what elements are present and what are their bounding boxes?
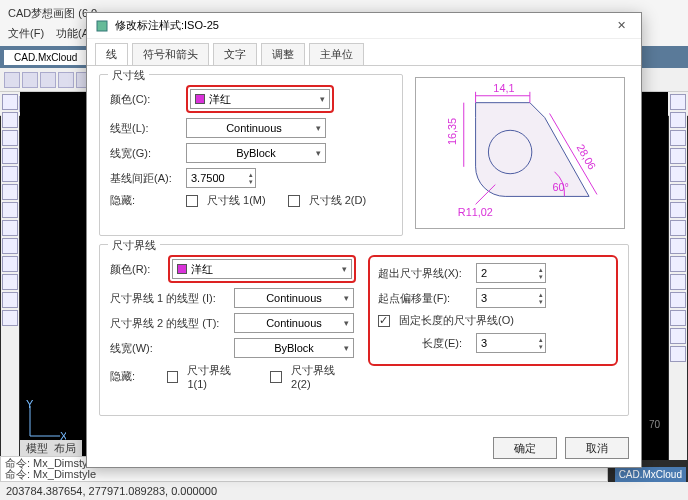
dialog-tabs: 线 符号和箭头 文字 调整 主单位 — [87, 39, 641, 66]
dim-top: 14,1 — [493, 82, 514, 94]
linetype-combo[interactable]: Continuous — [186, 118, 326, 138]
color-label: 颜色(R): — [110, 262, 162, 277]
offset-label: 起点偏移量(F): — [378, 291, 470, 306]
close-button[interactable]: ✕ — [609, 16, 633, 36]
hide-label: 隐藏: — [110, 369, 161, 384]
extline-group: 尺寸界线 颜色(R): 洋红 尺寸界线 1 的线型 (I): Continuou… — [99, 244, 629, 416]
corner-badge: CAD.MxCloud — [615, 467, 686, 482]
hide1-check[interactable] — [167, 371, 179, 383]
dialog-icon — [95, 19, 109, 33]
tool-icon[interactable] — [2, 112, 18, 128]
tool-icon[interactable] — [670, 310, 686, 326]
baseline-label: 基线间距(A): — [110, 171, 180, 186]
ext-spinner[interactable]: 2 — [476, 263, 546, 283]
hide2-check[interactable] — [270, 371, 282, 383]
hide2-check[interactable] — [288, 195, 300, 207]
length-spinner[interactable]: 3 — [476, 333, 546, 353]
lt2-combo[interactable]: Continuous — [234, 313, 354, 333]
lineweight-combo[interactable]: ByBlock — [186, 143, 326, 163]
dialog-title: 修改标注样式:ISO-25 — [115, 18, 609, 33]
hide1-check[interactable] — [186, 195, 198, 207]
highlight-box: 洋红 — [186, 85, 334, 113]
right-tool-palette — [669, 92, 687, 460]
tab-layout[interactable]: 布局 — [54, 441, 76, 455]
hide2-label: 尺寸线 2(D) — [309, 193, 366, 208]
hide1-label: 尺寸线 1(M) — [207, 193, 266, 208]
tool-icon[interactable] — [670, 220, 686, 236]
extline-left: 颜色(R): 洋红 尺寸界线 1 的线型 (I): Continuous 尺寸界… — [110, 255, 356, 395]
tool-icon[interactable] — [670, 112, 686, 128]
tab-line[interactable]: 线 — [95, 43, 128, 65]
color-swatch-icon — [195, 94, 205, 104]
doc-tab[interactable]: CAD.MxCloud — [4, 50, 87, 65]
tool-icon[interactable] — [2, 184, 18, 200]
tool-icon[interactable] — [670, 274, 686, 290]
dim-left: 16,35 — [446, 118, 458, 145]
tool-icon[interactable] — [670, 328, 686, 344]
tab-arrows[interactable]: 符号和箭头 — [132, 43, 209, 65]
dim-diag: 28,06 — [575, 142, 599, 172]
toolbar-icon[interactable] — [40, 72, 56, 88]
tool-icon[interactable] — [670, 130, 686, 146]
menu-file[interactable]: 文件(F) — [8, 26, 44, 46]
extline-right: 超出尺寸界线(X): 2 起点偏移量(F): 3 固定长度的尺寸界线(O) 长度… — [368, 255, 618, 395]
preview-pane: 14,1 16,35 28,06 60° R11,02 — [415, 77, 625, 229]
cancel-button[interactable]: 取消 — [565, 437, 629, 459]
tool-icon[interactable] — [2, 130, 18, 146]
ok-button[interactable]: 确定 — [493, 437, 557, 459]
highlight-box: 洋红 — [168, 255, 356, 283]
lineweight-label: 线宽(G): — [110, 146, 180, 161]
tool-icon[interactable] — [670, 184, 686, 200]
lt1-label: 尺寸界线 1 的线型 (I): — [110, 291, 228, 306]
status-bar: 203784.387654, 277971.089283, 0.000000 — [0, 482, 688, 500]
tool-icon[interactable] — [2, 94, 18, 110]
tool-icon[interactable] — [2, 256, 18, 272]
tool-icon[interactable] — [670, 238, 686, 254]
lt1-combo[interactable]: Continuous — [234, 288, 354, 308]
ucs-icon: XY — [26, 400, 66, 440]
lt2-label: 尺寸界线 2 的线型 (T): — [110, 316, 228, 331]
toolbar-icon[interactable] — [22, 72, 38, 88]
offset-spinner[interactable]: 3 — [476, 288, 546, 308]
tab-fit[interactable]: 调整 — [261, 43, 305, 65]
tool-icon[interactable] — [670, 256, 686, 272]
tool-icon[interactable] — [670, 202, 686, 218]
toolbar-icon[interactable] — [58, 72, 74, 88]
tool-icon[interactable] — [2, 148, 18, 164]
color-combo[interactable]: 洋红 — [190, 89, 330, 109]
toolbar-icon[interactable] — [4, 72, 20, 88]
tab-units[interactable]: 主单位 — [309, 43, 364, 65]
tool-icon[interactable] — [670, 166, 686, 182]
tab-model[interactable]: 模型 — [26, 441, 48, 455]
fixed-label: 固定长度的尺寸界线(O) — [399, 313, 514, 328]
ext-label: 超出尺寸界线(X): — [378, 266, 470, 281]
color-label: 颜色(C): — [110, 92, 180, 107]
tool-icon[interactable] — [670, 148, 686, 164]
hide2-label: 尺寸界线 2(2) — [291, 363, 356, 390]
tool-icon[interactable] — [2, 274, 18, 290]
tool-icon[interactable] — [2, 166, 18, 182]
svg-rect-4 — [97, 21, 107, 31]
color-combo[interactable]: 洋红 — [172, 259, 352, 279]
lw-label: 线宽(W): — [110, 341, 228, 356]
tool-icon[interactable] — [670, 292, 686, 308]
left-tool-palette — [1, 92, 19, 460]
tab-text[interactable]: 文字 — [213, 43, 257, 65]
tool-icon[interactable] — [670, 346, 686, 362]
dialog-titlebar: 修改标注样式:ISO-25 ✕ — [87, 13, 641, 39]
tool-icon[interactable] — [2, 310, 18, 326]
hide1-label: 尺寸界线 1(1) — [187, 363, 252, 390]
highlight-box: 超出尺寸界线(X): 2 起点偏移量(F): 3 固定长度的尺寸界线(O) 长度… — [368, 255, 618, 366]
tool-icon[interactable] — [2, 292, 18, 308]
fixed-check[interactable] — [378, 315, 390, 327]
tool-icon[interactable] — [670, 94, 686, 110]
baseline-spinner[interactable]: 3.7500 — [186, 168, 256, 188]
dimline-group: 尺寸线 颜色(C): 洋红 线型(L): Continuous 线宽(G): B… — [99, 74, 403, 236]
group-title: 尺寸界线 — [108, 238, 160, 253]
tool-icon[interactable] — [2, 202, 18, 218]
lw-combo[interactable]: ByBlock — [234, 338, 354, 358]
color-swatch-icon — [177, 264, 187, 274]
group-title: 尺寸线 — [108, 68, 149, 83]
tool-icon[interactable] — [2, 220, 18, 236]
tool-icon[interactable] — [2, 238, 18, 254]
